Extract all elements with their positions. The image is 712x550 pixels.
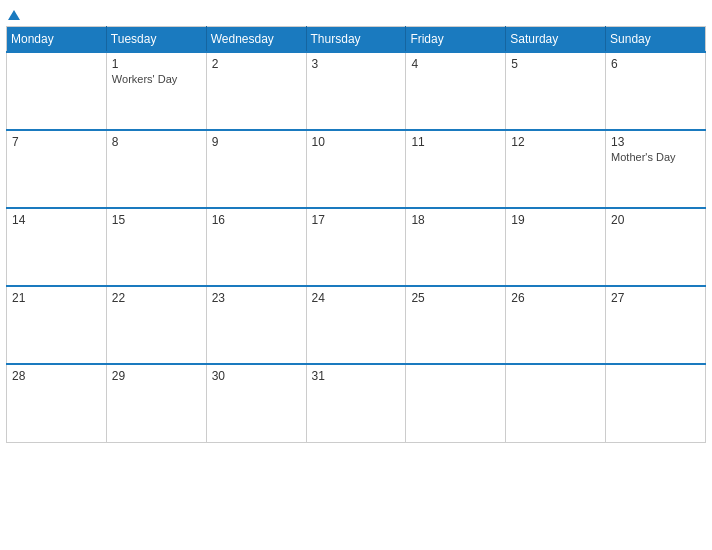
calendar-cell: 21 <box>7 286 107 364</box>
day-number: 21 <box>12 291 101 305</box>
day-number: 25 <box>411 291 500 305</box>
calendar-cell <box>406 364 506 442</box>
col-header-saturday: Saturday <box>506 27 606 53</box>
day-number: 17 <box>312 213 401 227</box>
day-number: 10 <box>312 135 401 149</box>
calendar-cell: 8 <box>106 130 206 208</box>
calendar-cell: 6 <box>606 52 706 130</box>
day-number: 4 <box>411 57 500 71</box>
day-number: 27 <box>611 291 700 305</box>
day-number: 12 <box>511 135 600 149</box>
day-number: 3 <box>312 57 401 71</box>
day-number: 2 <box>212 57 301 71</box>
col-header-thursday: Thursday <box>306 27 406 53</box>
day-number: 5 <box>511 57 600 71</box>
col-header-tuesday: Tuesday <box>106 27 206 53</box>
calendar-week-2: 78910111213Mother's Day <box>7 130 706 208</box>
calendar-cell <box>606 364 706 442</box>
logo-triangle-icon <box>8 10 20 20</box>
calendar-cell: 30 <box>206 364 306 442</box>
calendar-cell: 16 <box>206 208 306 286</box>
calendar-cell: 31 <box>306 364 406 442</box>
calendar-cell: 24 <box>306 286 406 364</box>
day-number: 14 <box>12 213 101 227</box>
calendar-cell: 9 <box>206 130 306 208</box>
calendar-cell: 19 <box>506 208 606 286</box>
calendar-cell: 18 <box>406 208 506 286</box>
day-number: 24 <box>312 291 401 305</box>
calendar-cell: 28 <box>7 364 107 442</box>
logo <box>6 10 20 20</box>
calendar-cell <box>506 364 606 442</box>
calendar-week-3: 14151617181920 <box>7 208 706 286</box>
col-header-monday: Monday <box>7 27 107 53</box>
calendar-cell: 2 <box>206 52 306 130</box>
day-number: 31 <box>312 369 401 383</box>
calendar-cell: 11 <box>406 130 506 208</box>
calendar-cell: 4 <box>406 52 506 130</box>
day-number: 23 <box>212 291 301 305</box>
day-number: 19 <box>511 213 600 227</box>
col-header-wednesday: Wednesday <box>206 27 306 53</box>
calendar-cell: 10 <box>306 130 406 208</box>
calendar-week-1: 1Workers' Day23456 <box>7 52 706 130</box>
day-number: 6 <box>611 57 700 71</box>
calendar-cell: 3 <box>306 52 406 130</box>
day-number: 26 <box>511 291 600 305</box>
day-number: 18 <box>411 213 500 227</box>
day-number: 8 <box>112 135 201 149</box>
calendar-cell: 5 <box>506 52 606 130</box>
day-number: 13 <box>611 135 700 149</box>
calendar-page: MondayTuesdayWednesdayThursdayFridaySatu… <box>6 10 706 443</box>
calendar-cell <box>7 52 107 130</box>
calendar-cell: 7 <box>7 130 107 208</box>
calendar-header <box>6 10 706 20</box>
day-number: 22 <box>112 291 201 305</box>
calendar-week-5: 28293031 <box>7 364 706 442</box>
calendar-cell: 22 <box>106 286 206 364</box>
calendar-week-4: 21222324252627 <box>7 286 706 364</box>
calendar-table: MondayTuesdayWednesdayThursdayFridaySatu… <box>6 26 706 443</box>
event-label: Workers' Day <box>112 73 201 85</box>
calendar-cell: 12 <box>506 130 606 208</box>
calendar-cell: 14 <box>7 208 107 286</box>
day-number: 30 <box>212 369 301 383</box>
calendar-cell: 15 <box>106 208 206 286</box>
event-label: Mother's Day <box>611 151 700 163</box>
day-number: 15 <box>112 213 201 227</box>
calendar-cell: 17 <box>306 208 406 286</box>
calendar-header-row: MondayTuesdayWednesdayThursdayFridaySatu… <box>7 27 706 53</box>
day-number: 28 <box>12 369 101 383</box>
calendar-body: 1Workers' Day2345678910111213Mother's Da… <box>7 52 706 442</box>
calendar-cell: 23 <box>206 286 306 364</box>
day-number: 1 <box>112 57 201 71</box>
col-header-friday: Friday <box>406 27 506 53</box>
calendar-cell: 25 <box>406 286 506 364</box>
calendar-cell: 27 <box>606 286 706 364</box>
col-header-sunday: Sunday <box>606 27 706 53</box>
calendar-cell: 29 <box>106 364 206 442</box>
day-number: 7 <box>12 135 101 149</box>
day-number: 16 <box>212 213 301 227</box>
day-number: 20 <box>611 213 700 227</box>
calendar-cell: 20 <box>606 208 706 286</box>
day-number: 9 <box>212 135 301 149</box>
calendar-cell: 1Workers' Day <box>106 52 206 130</box>
day-number: 29 <box>112 369 201 383</box>
calendar-cell: 13Mother's Day <box>606 130 706 208</box>
calendar-cell: 26 <box>506 286 606 364</box>
day-number: 11 <box>411 135 500 149</box>
